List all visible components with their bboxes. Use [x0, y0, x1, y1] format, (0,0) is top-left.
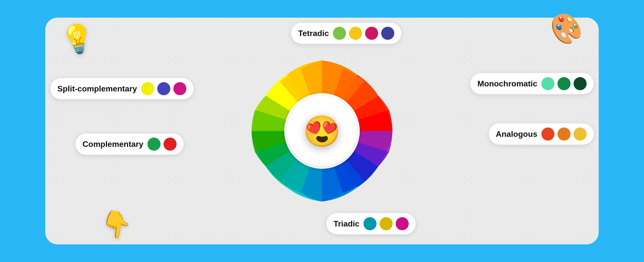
complementary-dot-1 [147, 138, 160, 151]
complementary-dot-2 [164, 138, 177, 151]
tetradic-label: Tetradic [298, 29, 329, 38]
monochromatic-dot-3 [574, 77, 587, 90]
monochromatic-label: Monochromatic [477, 79, 537, 88]
monochromatic-pill: Monochromatic [470, 73, 594, 94]
emoji-center: 😍 [287, 96, 357, 166]
tetradic-dot-2 [349, 27, 362, 40]
complementary-pill: Complementary [75, 134, 184, 155]
lightbulb-decoration: 💡 [58, 20, 97, 58]
star-eyes-emoji: 😍 [303, 116, 341, 146]
monochromatic-dot-2 [557, 77, 571, 90]
main-card: 💡 🎨 👇 [45, 18, 599, 244]
triadic-pill: Triadic [327, 213, 416, 234]
tetradic-pill: Tetradic [291, 23, 401, 44]
hand-decoration: 👇 [98, 207, 135, 242]
monochromatic-dot-1 [541, 77, 554, 90]
triadic-label: Triadic [334, 219, 359, 228]
analogous-dot-2 [557, 127, 571, 141]
analogous-pill: Analogous [489, 123, 594, 145]
tetradic-dot-1 [333, 27, 346, 40]
split-dot-1 [141, 82, 154, 95]
tetradic-dot-3 [365, 27, 378, 40]
split-dot-3 [173, 82, 186, 95]
tetradic-dots [333, 27, 394, 40]
split-complementary-pill: Split-complementary [50, 78, 193, 99]
triadic-dot-1 [364, 217, 377, 230]
split-dot-2 [157, 82, 170, 95]
split-complementary-dots [141, 82, 186, 95]
analogous-dot-1 [541, 127, 554, 141]
analogous-dot-3 [574, 127, 587, 141]
triadic-dots [364, 217, 409, 230]
triadic-dot-3 [396, 217, 409, 230]
complementary-dots [147, 138, 177, 151]
complementary-label: Complementary [83, 140, 143, 149]
tetradic-dot-4 [381, 27, 394, 40]
analogous-dots [541, 127, 587, 141]
analogous-label: Analogous [496, 129, 537, 139]
triadic-dot-2 [380, 217, 393, 230]
swatches-decoration: 🎨 [546, 9, 587, 49]
split-complementary-label: Split-complementary [57, 84, 137, 93]
monochromatic-dots [541, 77, 587, 90]
color-wheel-container: 😍 [252, 60, 392, 202]
